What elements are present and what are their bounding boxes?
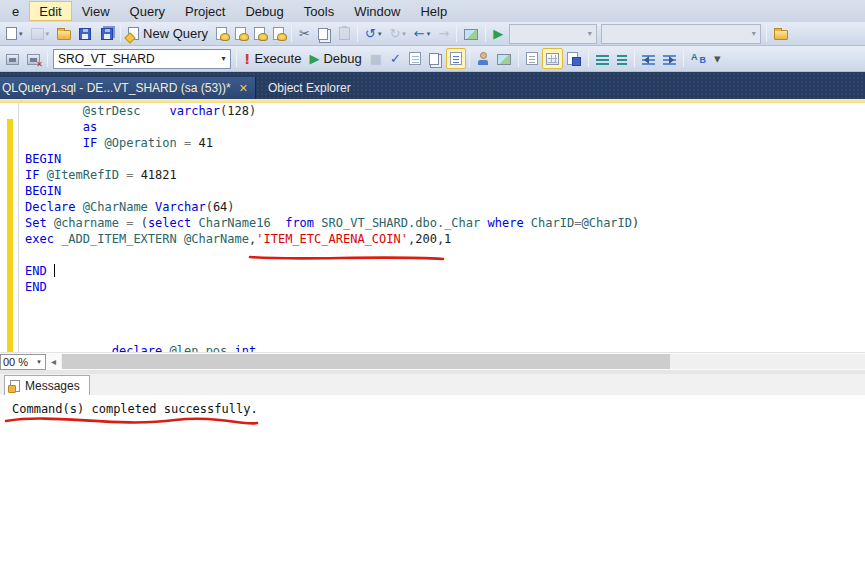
menu-view[interactable]: View (72, 1, 120, 21)
open-file-icon[interactable] (53, 23, 75, 44)
database-selector-value: SRO_VT_SHARD (54, 52, 217, 66)
results-to-grid-icon[interactable] (542, 48, 563, 69)
database-selector[interactable]: SRO_VT_SHARD▾ (53, 49, 231, 69)
code-line: IF @Operation = 41 (25, 135, 865, 151)
zoom-dropdown-icon[interactable]: ▾ (33, 358, 45, 366)
new-query-button-label: New Query (143, 26, 208, 41)
activity-monitor-icon[interactable] (460, 23, 482, 44)
xmla-query-icon (273, 27, 284, 40)
dmx-query-icon[interactable] (250, 23, 269, 44)
cut-icon[interactable]: ✂ (295, 23, 314, 44)
code-editor[interactable]: @strDesc varchar(128) as IF @Operation =… (0, 103, 865, 352)
uncomment-icon[interactable] (613, 48, 631, 69)
toolbar-combo-1-dropdown-icon[interactable]: ▾ (583, 29, 596, 38)
editor-indicator-margin (0, 103, 19, 352)
toolbar-combo-1[interactable]: ▾ (509, 24, 597, 44)
template-values-icon[interactable] (687, 48, 710, 69)
results-tab-strip: Messages (0, 374, 865, 395)
redo-icon-dropdown-icon[interactable]: ▾ (402, 30, 406, 38)
xmla-query-icon[interactable] (269, 23, 288, 44)
new-file-icon-dropdown-icon[interactable]: ▾ (19, 30, 23, 38)
toolbar-separator (485, 25, 486, 42)
scroll-left-icon[interactable]: ◂ (46, 356, 61, 367)
parse-icon[interactable]: ✓ (386, 48, 405, 69)
undo-icon-dropdown-icon[interactable]: ▾ (378, 30, 382, 38)
horizontal-scrollbar[interactable] (61, 354, 865, 369)
editor-zoom-value: 00 % (1, 356, 33, 368)
database-engine-query-icon[interactable] (212, 23, 231, 44)
increase-indent-icon[interactable] (659, 48, 680, 69)
menu-project[interactable]: Project (175, 1, 235, 21)
menu-tools[interactable]: Tools (294, 1, 344, 21)
code-line: BEGIN (25, 183, 865, 199)
decrease-indent-icon[interactable] (638, 48, 659, 69)
undo-icon[interactable]: ↺▾ (361, 23, 385, 44)
messages-pane: Command(s) completed successfully. (0, 395, 865, 563)
mdx-query-icon[interactable] (231, 23, 250, 44)
connect-icon (6, 54, 19, 65)
sql-code-area[interactable]: @strDesc varchar(128) as IF @Operation =… (19, 103, 865, 352)
execute-button[interactable]: !Execute (240, 48, 305, 69)
uncomment-icon (617, 55, 627, 65)
save-all-icon[interactable] (95, 23, 117, 44)
redo-icon[interactable]: ↻▾ (385, 23, 409, 44)
navigate-backward-icon-dropdown-icon[interactable]: ▾ (427, 30, 431, 38)
add-table-icon[interactable]: ▾ (27, 23, 54, 44)
editor-zoom-control[interactable]: 00 % ▾ (0, 354, 46, 370)
menu-help[interactable]: Help (410, 1, 457, 21)
code-line: BEGIN (25, 151, 865, 167)
tab-sqlquery1[interactable]: QLQuery1.sql - DE...VT_SHARD (sa (53))* … (0, 77, 255, 99)
execute-button-glyph: ! (244, 52, 250, 66)
results-to-file-icon (567, 52, 578, 65)
save-icon[interactable] (75, 23, 95, 44)
navigate-forward-icon[interactable]: → (434, 23, 453, 44)
database-selector-dropdown-icon[interactable]: ▾ (217, 54, 230, 63)
code-line (25, 247, 865, 263)
results-to-text-icon[interactable] (522, 48, 542, 69)
copy-icon[interactable] (314, 23, 335, 44)
menu-debug[interactable]: Debug (235, 1, 293, 21)
toolbar-combo-2-dropdown-icon[interactable]: ▾ (747, 29, 760, 38)
results-to-text-icon (526, 52, 538, 65)
file-search-icon[interactable] (770, 23, 792, 44)
connect-icon[interactable] (2, 48, 23, 69)
overflow-icon[interactable]: ▾ (710, 48, 725, 69)
results-to-file-icon[interactable] (563, 48, 585, 69)
new-query-button[interactable]: New Query (124, 23, 212, 44)
intellisense-icon[interactable] (446, 48, 466, 69)
menu-bar: eEditViewQueryProjectDebugToolsWindowHel… (0, 0, 865, 22)
results-to-grid-icon (546, 53, 559, 65)
add-table-icon (31, 28, 44, 40)
tab-messages[interactable]: Messages (4, 375, 90, 395)
decrease-indent-icon (642, 55, 655, 65)
toolbar-separator (518, 50, 519, 67)
toolbar-separator (469, 50, 470, 67)
comment-icon[interactable] (592, 48, 613, 69)
disconnect-icon[interactable] (23, 48, 44, 69)
navigate-backward-icon[interactable]: ←▾ (410, 23, 434, 44)
run-icon-glyph: ▶ (493, 27, 503, 40)
debug-user-icon[interactable] (473, 48, 493, 69)
stop-icon[interactable]: ■ (366, 48, 386, 69)
menu-edit[interactable]: Edit (29, 1, 71, 21)
estimated-plan-icon[interactable] (405, 48, 425, 69)
run-icon[interactable]: ▶ (489, 23, 507, 44)
paste-icon[interactable] (335, 23, 354, 44)
menu-query[interactable]: Query (120, 1, 175, 21)
client-statistics-icon[interactable] (493, 48, 515, 69)
increase-indent-icon (663, 55, 676, 65)
debug-button[interactable]: ▶Debug (305, 48, 365, 69)
close-tab-icon[interactable]: ✕ (239, 82, 248, 95)
menu-window[interactable]: Window (344, 1, 410, 21)
menu-e[interactable]: e (2, 1, 29, 21)
toolbar-standard: ▾▾New Query✂↺▾↻▾←▾→▶▾▾ (0, 22, 865, 46)
save-all-icon (101, 28, 113, 40)
add-table-icon-dropdown-icon[interactable]: ▾ (46, 30, 50, 38)
toolbar-combo-2[interactable]: ▾ (601, 24, 761, 44)
ssms-window: eEditViewQueryProjectDebugToolsWindowHel… (0, 0, 865, 563)
tab-object-explorer[interactable]: Object Explorer (256, 77, 363, 99)
intellisense-icon (450, 52, 462, 65)
query-options-icon[interactable] (425, 48, 446, 69)
horizontal-scrollbar-thumb[interactable] (62, 354, 670, 369)
new-file-icon[interactable]: ▾ (2, 23, 27, 44)
